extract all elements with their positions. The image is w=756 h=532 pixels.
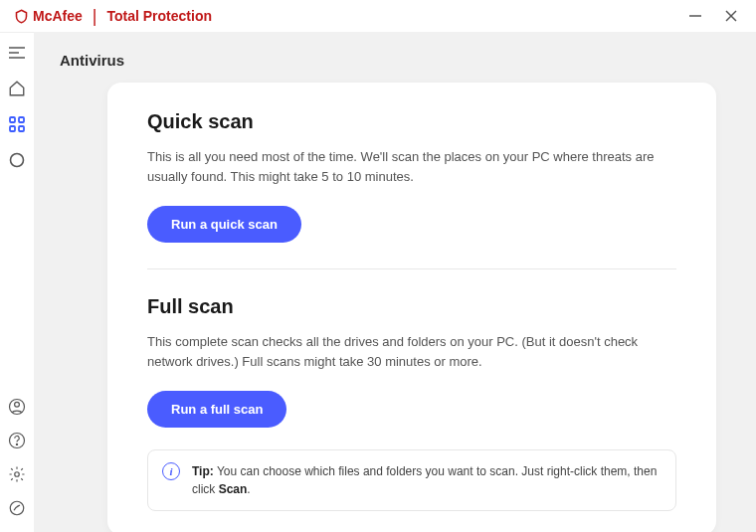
close-button[interactable] (722, 7, 740, 25)
tip-box: i Tip: You can choose which files and fo… (147, 449, 676, 511)
settings-button[interactable] (7, 464, 27, 484)
info-icon: i (162, 462, 180, 480)
brand-product: Total Protection (106, 8, 212, 24)
page-title: Antivirus (60, 52, 716, 69)
apps-button[interactable] (7, 114, 27, 134)
tip-text: Tip: You can choose which files and fold… (192, 462, 662, 498)
menu-button[interactable] (7, 43, 27, 63)
run-quick-scan-button[interactable]: Run a quick scan (147, 206, 301, 243)
help-icon (8, 432, 26, 449)
run-full-scan-button[interactable]: Run a full scan (147, 391, 286, 428)
tip-suffix: . (247, 482, 250, 496)
grid-icon (9, 116, 25, 132)
quick-scan-desc: This is all you need most of the time. W… (147, 147, 664, 186)
full-scan-section: Full scan This complete scan checks all … (147, 295, 676, 428)
home-button[interactable] (7, 79, 27, 98)
svg-point-15 (15, 472, 20, 477)
full-scan-desc: This complete scan checks all the drives… (147, 332, 664, 371)
minimize-button[interactable] (686, 7, 704, 25)
circle-button[interactable] (7, 150, 27, 170)
svg-point-14 (16, 443, 17, 444)
svg-rect-6 (10, 117, 15, 122)
shield-icon (14, 9, 29, 24)
help-button[interactable] (7, 431, 27, 450)
circle-icon (9, 152, 25, 168)
minimize-icon (688, 9, 702, 23)
brand-name: McAfee (33, 8, 83, 24)
tip-action: Scan (219, 482, 248, 496)
title-bar: McAfee | Total Protection (0, 0, 756, 32)
quick-scan-title: Quick scan (147, 110, 676, 133)
brand: McAfee | Total Protection (14, 6, 212, 27)
svg-rect-8 (10, 126, 15, 131)
sidebar (0, 32, 34, 532)
svg-point-12 (15, 402, 20, 407)
window-controls (686, 7, 748, 25)
brand-separator: | (93, 6, 97, 27)
scan-card: Quick scan This is all you need most of … (107, 83, 716, 532)
tip-label: Tip: (192, 464, 214, 478)
svg-point-16 (10, 501, 24, 515)
close-icon (724, 9, 738, 23)
gear-icon (8, 465, 26, 483)
brand-logo: McAfee (14, 8, 83, 24)
section-divider (147, 268, 676, 269)
tip-body: You can choose which files and folders y… (192, 464, 657, 496)
full-scan-title: Full scan (147, 295, 676, 318)
feedback-button[interactable] (7, 498, 27, 518)
svg-rect-7 (19, 117, 24, 122)
menu-icon (9, 46, 25, 60)
account-button[interactable] (7, 397, 27, 417)
leaf-icon (8, 499, 26, 517)
user-icon (8, 398, 26, 416)
main-content: Antivirus Quick scan This is all you nee… (34, 32, 756, 532)
quick-scan-section: Quick scan This is all you need most of … (147, 110, 676, 243)
svg-rect-9 (19, 126, 24, 131)
svg-point-10 (11, 154, 24, 167)
home-icon (8, 80, 26, 97)
